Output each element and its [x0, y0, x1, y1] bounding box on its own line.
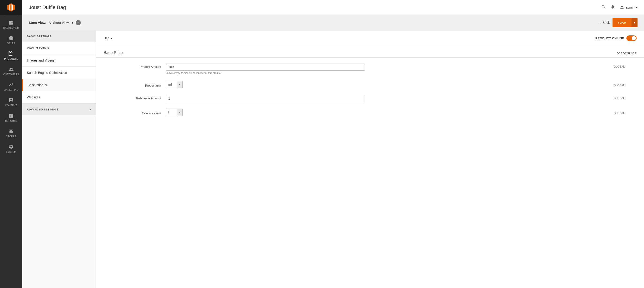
toggle-switch[interactable] [626, 36, 636, 41]
sidebar-item-dashboard[interactable]: DASHBOARD [0, 17, 22, 32]
user-dropdown-icon: ▾ [636, 6, 638, 9]
search-icon[interactable] [601, 4, 606, 10]
store-view-value: All Store Views [48, 21, 70, 24]
back-arrow-icon: ← [598, 21, 601, 24]
sidebar-item-content[interactable]: CONTENT [0, 94, 22, 110]
reference-unit-value: l [166, 109, 177, 116]
store-view-select[interactable]: All Store Views ▾ [48, 21, 74, 24]
sidebar-item-stores[interactable]: STORES [0, 126, 22, 141]
advanced-settings-label: ADVANCED SETTINGS [27, 108, 58, 111]
product-unit-global-badge: [GLOBAL] [609, 82, 626, 87]
sidebar-item-label: PRODUCTS [4, 58, 18, 60]
product-amount-control: Leave empty to disable baseprice for thi… [166, 63, 605, 74]
breadcrumb-chevron-icon: ▾ [111, 36, 112, 40]
content-area: BASIC SETTINGS Product Details Images an… [22, 31, 644, 288]
logo[interactable] [0, 0, 22, 15]
sidebar-item-system[interactable]: SYSTEM [0, 141, 22, 156]
store-view-chevron-icon: ▾ [72, 21, 74, 24]
breadcrumb-label: Bag [104, 36, 110, 40]
sidebar-item-products[interactable]: PRODUCTS [0, 48, 22, 64]
add-attribute-label: Add Attribute [617, 51, 634, 55]
sidebar-item-reports[interactable]: REPORTS [0, 110, 22, 126]
product-unit-label: Product unit [124, 82, 161, 87]
add-attribute-icon: ▾ [635, 51, 636, 55]
product-amount-global-badge: [GLOBAL] [609, 63, 626, 68]
user-menu[interactable]: admin ▾ [620, 5, 638, 10]
section-title: Base Price [104, 50, 123, 55]
sidebar-item-marketing[interactable]: MARKETING [0, 79, 22, 94]
right-panel-header: Bag ▾ PRODUCT ONLINE [96, 31, 644, 46]
sidebar-item-seo[interactable]: Search Engine Optimization [22, 67, 96, 79]
main-area: Joust Duffle Bag admin ▾ Store View: All… [22, 0, 644, 288]
back-button[interactable]: ← Back [598, 21, 610, 24]
sidebar-item-label: MARKETING [4, 89, 18, 91]
sidebar-item-label: REPORTS [5, 120, 17, 122]
header-actions: admin ▾ [601, 4, 638, 10]
left-panel: BASIC SETTINGS Product Details Images an… [22, 31, 96, 288]
product-unit-select[interactable]: ml ▾ [166, 81, 183, 88]
help-icon[interactable]: ? [76, 20, 81, 25]
product-unit-dropdown-icon[interactable]: ▾ [177, 82, 182, 88]
product-unit-row: Product unit ml ▾ [GLOBAL] [124, 81, 626, 88]
sidebar-item-label: SYSTEM [6, 151, 16, 153]
edit-icon[interactable]: ✎ [45, 83, 48, 87]
store-view-left: Store View: All Store Views ▾ ? [29, 20, 81, 25]
sidebar-item-label: CONTENT [5, 104, 17, 107]
sidebar-item-sales[interactable]: SALES [0, 32, 22, 48]
sidebar-item-label: SALES [7, 42, 15, 45]
section-header: Base Price Add Attribute ▾ [96, 46, 644, 58]
reference-unit-global-badge: [GLOBAL] [609, 110, 626, 115]
store-view-label: Store View: [29, 21, 46, 24]
product-amount-input[interactable] [166, 63, 365, 70]
reference-unit-select[interactable]: l ▾ [166, 108, 183, 116]
sidebar-item-label: STORES [6, 135, 16, 138]
add-attribute-button[interactable]: Add Attribute ▾ [617, 51, 636, 55]
page-header: Joust Duffle Bag admin ▾ [22, 0, 644, 15]
reference-unit-label: Reference unit [124, 110, 161, 115]
product-unit-value: ml [166, 81, 177, 88]
reference-amount-label: Reference Amount [124, 95, 161, 100]
sidebar: DASHBOARD SALES PRODUCTS CUSTOMERS MARKE… [0, 0, 22, 288]
back-label: Back [602, 21, 610, 24]
form-area: Product Amount Leave empty to disable ba… [96, 58, 644, 128]
bell-icon[interactable] [610, 4, 615, 10]
sidebar-item-customers[interactable]: CUSTOMERS [0, 64, 22, 79]
reference-amount-control [166, 95, 605, 102]
advanced-chevron-icon: ∨ [89, 108, 92, 111]
store-view-right: ← Back Save ▾ [598, 18, 638, 27]
product-online-toggle: PRODUCT ONLINE [596, 36, 636, 41]
save-dropdown-button[interactable]: ▾ [632, 18, 638, 27]
breadcrumb[interactable]: Bag ▾ [104, 36, 112, 40]
product-amount-row: Product Amount Leave empty to disable ba… [124, 63, 626, 74]
sidebar-item-product-details[interactable]: Product Details [22, 42, 96, 54]
sidebar-item-label: CUSTOMERS [3, 73, 19, 76]
sidebar-item-websites[interactable]: Websites [22, 91, 96, 104]
reference-amount-input[interactable] [166, 95, 365, 102]
sidebar-divider [4, 16, 18, 16]
reference-amount-global-badge: [GLOBAL] [609, 95, 626, 100]
product-online-label: PRODUCT ONLINE [596, 36, 624, 40]
right-panel: Bag ▾ PRODUCT ONLINE Base Price Add Attr… [96, 31, 644, 288]
product-amount-hint: Leave empty to disable baseprice for thi… [166, 72, 605, 74]
sidebar-item-label: DASHBOARD [3, 26, 19, 29]
reference-unit-dropdown-icon[interactable]: ▾ [177, 109, 182, 116]
sidebar-item-images-videos[interactable]: Images and Videos [22, 54, 96, 67]
basic-settings-title: BASIC SETTINGS [22, 31, 96, 42]
reference-unit-row: Reference unit l ▾ [GLOBAL] [124, 108, 626, 116]
page-title: Joust Duffle Bag [29, 4, 66, 10]
user-name: admin [626, 6, 634, 9]
reference-amount-row: Reference Amount [GLOBAL] [124, 95, 626, 102]
save-button-group: Save ▾ [612, 18, 638, 27]
product-amount-label: Product Amount [124, 63, 161, 68]
advanced-settings-section[interactable]: ADVANCED SETTINGS ∨ [22, 104, 96, 115]
store-view-bar: Store View: All Store Views ▾ ? ← Back S… [22, 15, 644, 31]
save-button[interactable]: Save [612, 18, 632, 27]
sidebar-item-base-price[interactable]: Base Price ✎ [22, 79, 96, 91]
